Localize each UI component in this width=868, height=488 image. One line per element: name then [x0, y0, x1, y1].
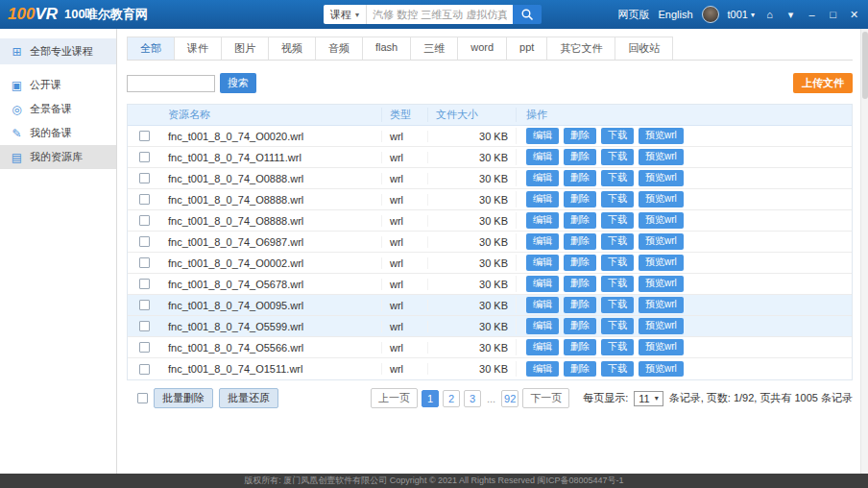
- row-action-0[interactable]: 编辑: [526, 361, 559, 378]
- row-action-1[interactable]: 删除: [564, 339, 596, 355]
- row-action-1[interactable]: 删除: [564, 297, 596, 313]
- row-action-3[interactable]: 预览wrl: [639, 276, 684, 292]
- sidebar-item-2[interactable]: ◎全景备课: [0, 97, 116, 121]
- row-action-0[interactable]: 编辑: [526, 191, 559, 207]
- tab-3[interactable]: 视频: [269, 37, 316, 60]
- row-checkbox[interactable]: [139, 173, 150, 183]
- row-action-1[interactable]: 删除: [564, 318, 596, 334]
- row-action-0[interactable]: 编辑: [526, 339, 559, 355]
- row-action-0[interactable]: 编辑: [526, 297, 559, 313]
- user-menu[interactable]: t001 ▾: [728, 9, 755, 20]
- row-action-3[interactable]: 预览wrl: [639, 318, 684, 334]
- row-action-1[interactable]: 删除: [564, 233, 596, 250]
- dropdown-icon[interactable]: ▾: [784, 9, 797, 21]
- sidebar-item-3[interactable]: ✎我的备课: [0, 121, 116, 145]
- row-action-1[interactable]: 删除: [564, 361, 596, 378]
- batch-restore-button[interactable]: 批量还原: [219, 388, 278, 408]
- row-action-3[interactable]: 预览wrl: [639, 128, 684, 144]
- sidebar-item-1[interactable]: ▣公开课: [0, 73, 116, 97]
- minimize-icon[interactable]: –: [806, 9, 818, 20]
- row-action-3[interactable]: 预览wrl: [639, 212, 684, 229]
- filter-search-button[interactable]: 搜索: [220, 73, 256, 93]
- row-action-2[interactable]: 下载: [601, 318, 634, 334]
- search-button[interactable]: [513, 5, 542, 24]
- row-action-2[interactable]: 下载: [601, 170, 634, 186]
- row-action-0[interactable]: 编辑: [526, 318, 559, 334]
- page-button-1[interactable]: 1: [422, 390, 439, 407]
- row-action-0[interactable]: 编辑: [526, 255, 559, 271]
- row-checkbox[interactable]: [139, 194, 150, 205]
- row-action-2[interactable]: 下载: [601, 212, 634, 229]
- tab-2[interactable]: 图片: [222, 37, 269, 60]
- row-action-2[interactable]: 下载: [601, 361, 634, 378]
- row-checkbox[interactable]: [139, 215, 150, 226]
- scrollbar[interactable]: [860, 29, 868, 474]
- row-action-0[interactable]: 编辑: [526, 276, 559, 292]
- scrollbar-thumb[interactable]: [862, 32, 868, 99]
- row-checkbox[interactable]: [139, 342, 150, 353]
- tab-4[interactable]: 音频: [316, 37, 363, 60]
- row-action-3[interactable]: 预览wrl: [639, 339, 684, 355]
- tab-10[interactable]: 回收站: [615, 37, 673, 60]
- close-icon[interactable]: ✕: [848, 9, 860, 21]
- row-action-3[interactable]: 预览wrl: [639, 297, 684, 313]
- row-action-1[interactable]: 删除: [564, 128, 596, 144]
- row-checkbox[interactable]: [139, 279, 150, 289]
- avatar[interactable]: [702, 6, 719, 23]
- language-link[interactable]: English: [658, 9, 692, 20]
- search-input[interactable]: [367, 5, 513, 24]
- row-action-2[interactable]: 下载: [601, 149, 634, 165]
- batch-delete-button[interactable]: 批量删除: [154, 388, 213, 408]
- tab-5[interactable]: flash: [363, 37, 411, 60]
- tab-8[interactable]: ppt: [507, 37, 547, 60]
- row-checkbox[interactable]: [139, 321, 150, 331]
- row-action-3[interactable]: 预览wrl: [639, 233, 684, 250]
- prev-page-button[interactable]: 上一页: [371, 388, 418, 408]
- row-action-2[interactable]: 下载: [601, 128, 634, 144]
- row-action-2[interactable]: 下载: [601, 233, 634, 250]
- row-action-0[interactable]: 编辑: [526, 128, 559, 144]
- row-action-0[interactable]: 编辑: [526, 212, 559, 229]
- row-action-3[interactable]: 预览wrl: [639, 170, 684, 186]
- filter-input[interactable]: [127, 75, 215, 92]
- maximize-icon[interactable]: □: [827, 9, 839, 20]
- select-all-checkbox[interactable]: [137, 393, 148, 403]
- row-checkbox[interactable]: [139, 236, 150, 247]
- row-action-1[interactable]: 删除: [564, 170, 596, 186]
- row-action-3[interactable]: 预览wrl: [639, 191, 684, 207]
- tab-1[interactable]: 课件: [175, 37, 222, 60]
- row-action-2[interactable]: 下载: [601, 255, 634, 271]
- row-checkbox[interactable]: [139, 131, 150, 141]
- row-action-1[interactable]: 删除: [564, 276, 596, 292]
- row-action-2[interactable]: 下载: [601, 191, 634, 207]
- row-action-3[interactable]: 预览wrl: [639, 255, 684, 271]
- brand[interactable]: 100VR 100唯尔教育网: [8, 5, 148, 24]
- web-version-link[interactable]: 网页版: [617, 8, 649, 22]
- next-page-button[interactable]: 下一页: [522, 388, 569, 408]
- row-action-3[interactable]: 预览wrl: [639, 149, 684, 165]
- row-action-2[interactable]: 下载: [601, 297, 634, 313]
- row-checkbox[interactable]: [139, 152, 150, 162]
- tab-7[interactable]: word: [458, 37, 507, 60]
- home-icon[interactable]: ⌂: [763, 9, 776, 20]
- page-button-92[interactable]: 92: [501, 390, 518, 407]
- row-action-2[interactable]: 下载: [601, 339, 634, 355]
- tab-6[interactable]: 三维: [411, 37, 458, 60]
- page-button-2[interactable]: 2: [443, 390, 460, 407]
- row-action-1[interactable]: 删除: [564, 212, 596, 229]
- row-action-2[interactable]: 下载: [601, 276, 634, 292]
- row-checkbox[interactable]: [139, 300, 150, 310]
- tab-9[interactable]: 其它文件: [547, 37, 615, 60]
- row-checkbox[interactable]: [139, 257, 150, 268]
- row-action-0[interactable]: 编辑: [526, 170, 559, 186]
- sidebar-item-0[interactable]: ⊞全部专业课程: [0, 38, 116, 64]
- search-category-select[interactable]: 课程 ▾: [324, 5, 367, 24]
- upload-file-button[interactable]: 上传文件: [793, 73, 853, 93]
- row-checkbox[interactable]: [139, 364, 150, 375]
- tab-0[interactable]: 全部: [127, 37, 175, 60]
- sidebar-item-4[interactable]: ▤我的资源库: [0, 145, 116, 169]
- page-button-3[interactable]: 3: [464, 390, 481, 407]
- per-page-select[interactable]: 11 ▾: [634, 391, 663, 406]
- row-action-1[interactable]: 删除: [564, 255, 596, 271]
- row-action-0[interactable]: 编辑: [526, 149, 559, 165]
